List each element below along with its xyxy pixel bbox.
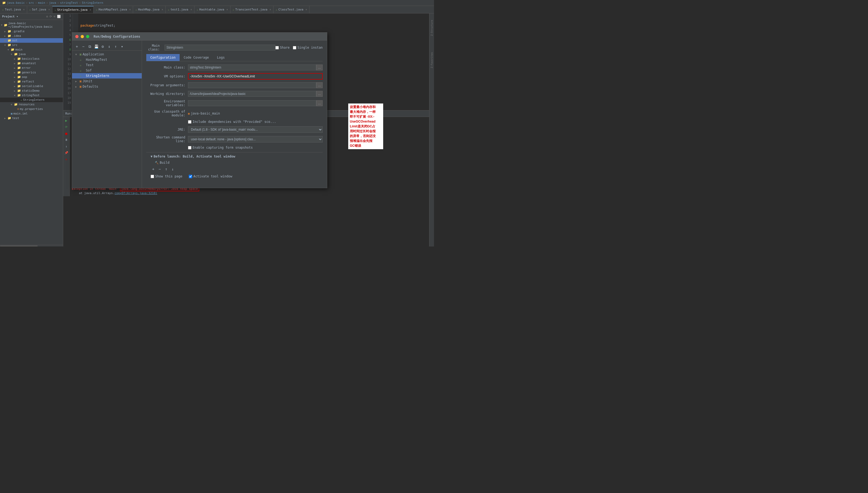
filter-config-button[interactable]: ▾ <box>120 44 125 49</box>
breadcrumb-src[interactable]: src <box>29 1 34 4</box>
working-dir-browse-button[interactable]: … <box>316 91 323 97</box>
tree-my-properties[interactable]: ⚙ my.properties <box>0 107 63 111</box>
tree-application-group[interactable]: ▼ ▣ Application <box>72 51 142 57</box>
activate-tool-window-label[interactable]: Activate tool window <box>189 174 232 178</box>
breadcrumb-stringtest[interactable]: stringTest <box>60 1 78 4</box>
save-config-button[interactable]: 💾 <box>93 44 99 49</box>
tab-hashtable-java[interactable]: ☕ Hashtable.java × <box>194 6 230 13</box>
tab-hashmaptest-java[interactable]: ☕ HashMapTest.java × <box>93 6 133 13</box>
settings-config-button[interactable]: ⚙ <box>100 44 105 49</box>
single-instance-checkbox-label[interactable]: Single instan <box>293 46 323 49</box>
tree-test-config[interactable]: ☕ Test <box>72 62 142 68</box>
launch-add-button[interactable]: + <box>151 166 156 172</box>
close-tab-hashmaptest[interactable]: × <box>129 8 131 11</box>
tree-gradle[interactable]: ▶ 📁 .gradle <box>0 29 63 34</box>
close-tab-hashtable[interactable]: × <box>227 8 228 11</box>
tree-stringintern-file[interactable]: ☕ StringIntern <box>0 98 63 102</box>
close-tab-transient[interactable]: × <box>270 8 271 11</box>
tree-staticdemo[interactable]: ▶ 📁 staticDemo <box>0 88 63 93</box>
enable-snapshots-label[interactable]: Enable capturing form snapshots <box>188 146 253 149</box>
tab-test-java[interactable]: ☕ Test.java × <box>0 6 27 13</box>
tree-java[interactable]: ▼ 📁 java <box>0 52 63 57</box>
close-tab-test1[interactable]: × <box>190 8 192 11</box>
stack-link-2[interactable]: copyOf(Arrays.java:3181) <box>114 196 157 196</box>
tree-basicclass[interactable]: ▶ 📁 basicclass <box>0 57 63 61</box>
before-launch-arrow[interactable]: ▼ <box>151 154 152 158</box>
tab-configuration[interactable]: Configuration <box>146 54 179 61</box>
tree-defaults-group[interactable]: ▶ ▣ Defaults <box>72 84 142 89</box>
copy-config-button[interactable]: ⧉ <box>87 44 92 49</box>
add-config-button[interactable]: + <box>74 44 80 49</box>
tab-stringintern-java[interactable]: ☕ StringIntern.java × <box>52 6 94 13</box>
tab-test1-java[interactable]: ☕ test1.java × <box>166 6 194 13</box>
working-dir-input[interactable] <box>188 91 316 97</box>
tree-idea[interactable]: ▶ 📁 .idea <box>0 34 63 38</box>
share-checkbox-label[interactable]: Share <box>275 46 290 49</box>
run-stop-button[interactable]: ■ <box>64 131 69 136</box>
run-step-button[interactable]: ↓ <box>64 144 69 149</box>
pin-button[interactable]: 📌 <box>64 150 69 155</box>
launch-down-button[interactable]: ↓ <box>170 166 175 172</box>
stack-link-1[interactable]: copyOf(Arrays.java:3210) <box>114 191 157 195</box>
close-tab-classtest[interactable]: × <box>305 8 307 11</box>
tab-code-coverage[interactable]: Code Coverage <box>179 54 213 61</box>
tree-src[interactable]: ▼ 📁 src <box>0 43 63 47</box>
tree-junit-group[interactable]: ▶ ▣ JUnit <box>72 79 142 84</box>
tree-main[interactable]: ▼ 📁 main <box>0 47 63 52</box>
program-args-browse-button[interactable]: … <box>316 82 323 88</box>
run-rerun-button[interactable]: ⟳ <box>64 125 69 129</box>
main-class-input[interactable] <box>188 65 316 70</box>
tab-sof-java[interactable]: ☕ Sof.java × <box>27 6 52 13</box>
env-vars-input[interactable] <box>188 100 316 106</box>
name-input[interactable] <box>165 45 275 50</box>
tab-hashmap-java[interactable]: ☕ HashMap.java × <box>133 6 166 13</box>
minimize-button[interactable] <box>81 35 84 38</box>
run-pause-button[interactable]: ⏸ <box>64 137 69 142</box>
share-checkbox[interactable] <box>275 46 279 49</box>
launch-remove-button[interactable]: − <box>157 166 163 172</box>
launch-up-button[interactable]: ↑ <box>164 166 169 172</box>
include-deps-label[interactable]: Include dependencies with "Provided" sco… <box>188 120 276 124</box>
tree-hashmaptest-config[interactable]: ☕ HashMapTest <box>72 57 142 62</box>
breadcrumb-stringintern[interactable]: StringIntern <box>82 1 103 4</box>
tree-stringtest[interactable]: ▼ 📁 stringTest <box>0 93 63 98</box>
vm-options-input[interactable] <box>188 73 323 80</box>
tree-out[interactable]: ▶ 📁 out <box>0 38 63 43</box>
close-button[interactable] <box>75 35 79 38</box>
include-deps-checkbox[interactable] <box>188 120 191 124</box>
tree-error[interactable]: ▶ 📁 error <box>0 66 63 70</box>
jre-select[interactable]: Default (1.8 - SDK of 'java-basic_main' … <box>188 126 323 133</box>
activate-tool-window-checkbox[interactable] <box>189 175 192 178</box>
env-vars-browse-button[interactable]: … <box>316 100 323 106</box>
tree-stringintern-config[interactable]: ☕ StringIntern <box>72 73 142 79</box>
program-args-input[interactable] <box>188 82 316 88</box>
tree-test[interactable]: ▶ 📁 test <box>0 116 63 121</box>
show-page-checkbox[interactable] <box>151 175 154 178</box>
single-instance-checkbox[interactable] <box>293 46 296 49</box>
shorten-cmd-select[interactable]: user-local default: none - java [options… <box>188 136 323 143</box>
breadcrumb-main[interactable]: main <box>38 1 45 4</box>
tree-java-basic[interactable]: ▼ 📁 java-basic ~/IdeaProjects/java-basic <box>0 21 63 29</box>
up-config-button[interactable]: ↑ <box>113 44 118 49</box>
gear-icon[interactable]: ≡ <box>54 15 56 18</box>
tree-oop[interactable]: ▶ 📁 oop <box>0 75 63 79</box>
close-tab-test[interactable]: × <box>23 8 25 11</box>
sort-config-button[interactable]: ↕ <box>106 44 112 49</box>
sync-icon[interactable]: ⟳ <box>49 15 52 18</box>
close-run-button[interactable]: ✕ <box>64 157 69 162</box>
close-tab-stringintern[interactable]: × <box>89 8 91 11</box>
tree-sof-config[interactable]: ☕ Sof <box>72 68 142 73</box>
tree-reflect[interactable]: ▶ 📁 reflect <box>0 79 63 84</box>
run-play-button[interactable]: ▶ <box>64 118 69 123</box>
collapse-icon[interactable]: ⬜ <box>57 15 61 18</box>
enable-snapshots-checkbox[interactable] <box>188 146 191 149</box>
main-class-browse-button[interactable]: … <box>316 65 323 70</box>
remove-config-button[interactable]: − <box>81 44 86 49</box>
tab-classtest-java[interactable]: ☕ ClassTest.java × <box>273 6 310 13</box>
tree-generics[interactable]: ▶ 📁 generics <box>0 70 63 75</box>
tab-logs[interactable]: Logs <box>213 54 229 61</box>
tree-enumtest[interactable]: ▶ 📁 enumtest <box>0 61 63 66</box>
settings-icon[interactable]: ⚙ <box>46 15 48 18</box>
tab-transienttest-java[interactable]: ☕ TransientTest.java × <box>230 6 273 13</box>
breadcrumb-java[interactable]: java <box>49 1 56 4</box>
